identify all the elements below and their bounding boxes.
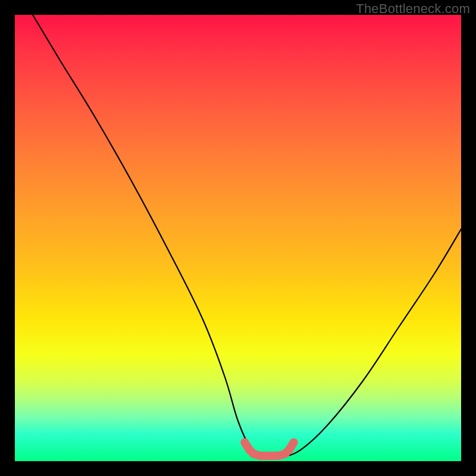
watermark-text: TheBottleneck.com (356, 1, 470, 17)
chart-frame: TheBottleneck.com (0, 0, 476, 476)
chart-svg (15, 15, 461, 461)
plot-area (15, 15, 461, 461)
bottleneck-curve (33, 15, 461, 457)
flat-bottom-marker (245, 443, 294, 456)
